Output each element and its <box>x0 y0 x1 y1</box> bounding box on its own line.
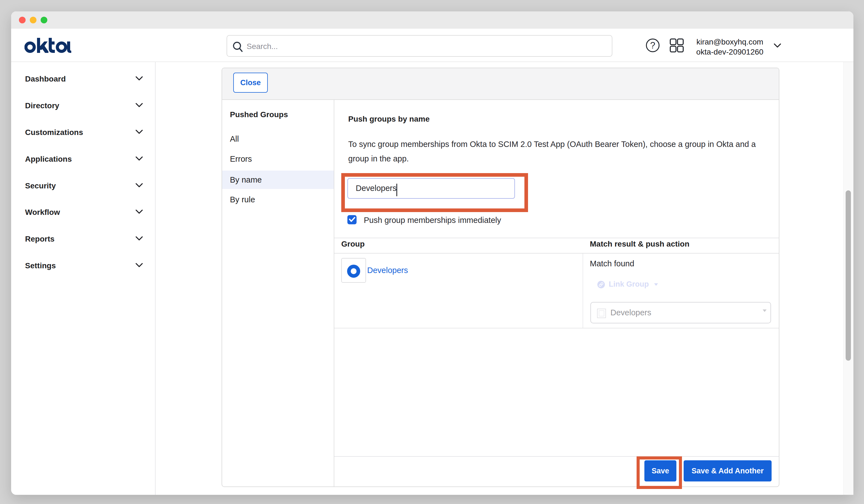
svg-text:?: ? <box>650 40 655 50</box>
